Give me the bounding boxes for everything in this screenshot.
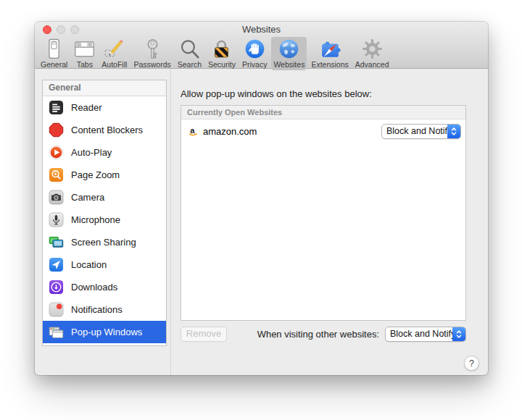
sidebar-item-content-blockers[interactable]: Content Blockers [43,119,166,141]
toolbar-item-websites[interactable]: Websites [271,37,307,70]
toolbar-item-passwords[interactable]: Passwords [131,37,173,70]
autoplay-icon [49,145,64,160]
sidebar-item-label: Reader [71,102,102,113]
website-row-amazon-com: amazon.com Block and Notify [181,119,465,143]
lock-icon [211,38,232,59]
website-name: amazon.com [203,126,377,137]
sidebar-item-label: Location [71,259,107,270]
gear-icon [362,38,383,59]
default-policy-group: When visiting other websites: Block and … [257,327,466,342]
sidebar-item-page-zoom[interactable]: Page Zoom [43,164,166,186]
switch-icon [44,38,65,59]
sidebar-section-header: General [43,80,166,96]
preferences-content: General Reader Content Blockers Auto-Pla… [35,69,488,375]
sidebar-item-notifications[interactable]: Notifications [43,298,166,321]
dropdown-stepper-icon [452,327,465,341]
amazon-icon [188,126,199,137]
website-list: amazon.com Block and Notify [181,119,465,143]
panel-header: Currently Open Websites [181,106,465,119]
toolbar-item-label: Extensions [311,60,348,69]
policy-value: Block and Notify [382,126,447,136]
preferences-toolbar: General Tabs AutoFill Passwords Search S… [35,36,488,70]
autofill-icon [104,38,125,59]
window-chrome: Websites General Tabs AutoFill Passwords [35,22,488,69]
sidebar-item-camera[interactable]: Camera [43,186,166,209]
sidebar-item-label: Pop-up Windows [71,327,142,337]
toolbar-item-label: Security [208,60,236,69]
toolbar-item-label: Advanced [355,60,389,69]
globe-icon [278,38,299,59]
toolbar-item-privacy[interactable]: Privacy [240,37,269,70]
instruction-text: Allow pop-up windows on the websites bel… [181,88,372,99]
sidebar-item-microphone[interactable]: Microphone [43,209,166,231]
sidebar-item-label: Camera [71,192,104,203]
zoom-button[interactable] [70,25,79,34]
default-policy-value: Block and Notify [386,329,452,339]
window-titlebar: Websites [35,22,488,36]
sidebar-item-location[interactable]: Location [43,253,166,276]
toolbar-item-tabs[interactable]: Tabs [72,37,97,70]
sidebar-item-label: Auto-Play [71,147,112,158]
toolbar-item-extensions[interactable]: Extensions [309,37,350,70]
toolbar-item-label: Privacy [242,60,267,69]
toolbar-item-autofill[interactable]: AutoFill [99,37,129,70]
tabs-icon [74,38,95,59]
default-policy-select[interactable]: Block and Notify [385,327,466,342]
search-icon [179,38,200,59]
sidebar-item-screen-sharing[interactable]: Screen Sharing [43,231,166,253]
toolbar-item-search[interactable]: Search [175,37,204,70]
sidebar-item-downloads[interactable]: Downloads [43,276,166,298]
sidebar-item-label: Page Zoom [71,169,120,180]
traffic-lights [43,25,79,34]
sidebar-item-label: Content Blockers [71,125,143,135]
toolbar-item-security[interactable]: Security [206,37,238,70]
sidebar-item-label: Screen Sharing [71,237,136,248]
mic-icon [49,212,64,227]
toolbar-item-label: AutoFill [102,60,127,69]
sidebar-item-pop-up-windows[interactable]: Pop-up Windows [43,321,166,343]
main-column: Allow pop-up windows on the websites bel… [171,69,488,375]
window-title: Websites [35,22,488,36]
sidebar-item-reader[interactable]: Reader [43,96,166,119]
sidebar-item-label: Downloads [71,282,117,293]
toolbar-item-label: Tabs [77,60,93,69]
toolbar-item-label: Websites [273,60,304,69]
camera-icon [49,190,64,205]
sidebar-panel: General Reader Content Blockers Auto-Pla… [42,80,167,346]
sidebar-items: Reader Content Blockers Auto-Play Page Z… [43,96,166,343]
dropdown-stepper-icon [447,125,460,138]
website-policy-select[interactable]: Block and Notify [381,124,461,139]
sidebar-item-label: Microphone [71,214,120,225]
websites-panel: Currently Open Websites amazon.com Block… [181,105,466,321]
footer-controls: Remove When visiting other websites: Blo… [181,326,466,342]
toolbar-item-advanced[interactable]: Advanced [353,37,392,70]
remove-button[interactable]: Remove [181,327,227,342]
minimize-button[interactable] [57,25,65,34]
close-button[interactable] [43,25,51,34]
toolbar-item-general[interactable]: General [38,37,70,70]
screenshare-icon [49,235,64,250]
sidebar-item-label: Notifications [71,304,123,315]
downloads-icon [49,280,64,295]
key-icon [142,38,163,59]
pagezoom-icon [49,167,64,182]
toolbar-item-label: General [41,60,67,69]
hand-icon [244,38,265,59]
default-policy-label: When visiting other websites: [257,329,379,340]
toolbar-item-label: Passwords [133,60,170,69]
toolbar-item-label: Search [178,60,202,69]
location-icon [49,257,64,272]
stop-icon [49,122,64,138]
sidebar-column: General Reader Content Blockers Auto-Pla… [35,69,171,375]
notifications-icon [49,302,64,317]
sidebar-item-auto-play[interactable]: Auto-Play [43,141,166,164]
safari-preferences-window: Websites General Tabs AutoFill Passwords [35,22,488,375]
popups-icon [49,324,64,340]
reader-icon [49,100,64,115]
puzzle-icon [320,38,341,59]
help-button[interactable]: ? [464,356,479,371]
